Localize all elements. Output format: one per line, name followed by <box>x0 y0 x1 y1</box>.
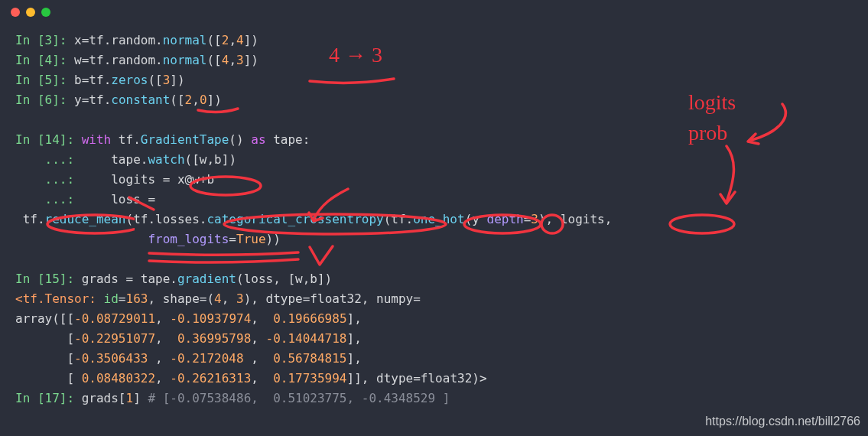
token: tf.random. <box>89 33 162 47</box>
token: = <box>82 53 89 67</box>
token: In [ <box>15 53 45 67</box>
token: ]: <box>52 73 74 87</box>
token: normal <box>163 33 207 47</box>
token: 4 <box>222 53 229 67</box>
token: , <box>155 371 170 386</box>
token: [ <box>15 331 74 346</box>
token: 2 <box>222 33 229 47</box>
token <box>15 232 148 246</box>
token: 14 <box>45 132 60 147</box>
token: = <box>229 232 236 246</box>
token: grads <box>82 272 126 286</box>
token: ([ <box>148 73 162 87</box>
token: tape. <box>133 272 177 286</box>
token: watch <box>148 152 184 167</box>
token: 4 <box>214 291 222 306</box>
token: constant <box>111 93 170 107</box>
code-line <box>15 249 612 269</box>
token: numpy <box>376 291 413 306</box>
token: ...: <box>15 152 111 167</box>
token: In [ <box>15 33 45 47</box>
token: ...: <box>15 192 111 207</box>
token: In [ <box>15 391 45 405</box>
token: True <box>236 232 266 246</box>
code-line <box>15 110 612 130</box>
circle-logits <box>667 213 737 236</box>
token: = <box>82 33 89 47</box>
token: ]: <box>60 272 82 286</box>
token: ([[ <box>52 311 74 326</box>
code-line: ...: tape.watch([w,b]) <box>15 150 612 170</box>
close-icon[interactable] <box>11 8 20 17</box>
token: ([ <box>170 93 184 107</box>
token: 1 <box>126 391 134 405</box>
token: categorical_crossentropy <box>206 212 383 226</box>
token: = <box>413 371 421 386</box>
code-line: [ 0.08480322, -0.26216313, 0.17735994]],… <box>15 369 612 389</box>
token: , <box>251 351 273 366</box>
token: -0.22951077 <box>74 331 155 346</box>
token: = <box>148 192 155 207</box>
token: @ <box>185 172 193 187</box>
token: (tf. <box>384 212 414 226</box>
token: 3 <box>45 33 53 47</box>
token: 3 <box>531 212 538 226</box>
token: ], <box>347 351 362 366</box>
token: 6 <box>45 93 53 107</box>
token: -0.14044718 <box>266 331 347 346</box>
token: , <box>229 53 236 67</box>
arrow-curve-icon <box>740 98 794 151</box>
minimize-icon[interactable] <box>26 8 35 17</box>
terminal-window: In [3]: x=tf.random.normal([2,4])In [4]:… <box>0 0 868 436</box>
token: 0.17735994 <box>273 371 346 386</box>
token: -0.10937974 <box>170 311 251 326</box>
token: x <box>170 172 184 187</box>
token: w <box>192 172 200 187</box>
code-line: [-0.3506433 , -0.2172048 , 0.56784815], <box>15 349 612 369</box>
token: logits <box>111 172 162 187</box>
token: 0.08480322 <box>82 371 155 386</box>
token: dtype <box>266 291 303 306</box>
code-line: [-0.22951077, 0.36995798, -0.14044718], <box>15 329 612 349</box>
token: = <box>126 272 134 286</box>
token: tf. <box>89 93 111 107</box>
code-line: In [15]: grads = tape.gradient(loss, [w,… <box>15 269 612 289</box>
svg-point-5 <box>670 215 734 233</box>
token: x <box>74 33 82 47</box>
token: In [ <box>15 272 45 286</box>
token: ]) <box>244 53 258 67</box>
token: 3 <box>163 73 171 87</box>
maximize-icon[interactable] <box>41 8 50 17</box>
token: [ <box>15 351 74 366</box>
code-line: array([[-0.08729011, -0.10937974, 0.1966… <box>15 309 612 329</box>
code-line: In [14]: with tf.GradientTape() as tape: <box>15 130 612 150</box>
code-line: <tf.Tensor: id=163, shape=(4, 3), dtype=… <box>15 289 612 309</box>
token: , <box>192 93 200 107</box>
token: = <box>524 212 532 226</box>
token: ]: <box>52 53 74 67</box>
token: , <box>251 311 273 326</box>
token: -0.2172048 <box>170 351 251 366</box>
token: , <box>148 291 162 306</box>
token: , <box>222 291 236 306</box>
token: 2 <box>185 93 193 107</box>
token: GradientTape <box>141 132 229 147</box>
token: one_hot <box>413 212 464 226</box>
ipython-session[interactable]: In [3]: x=tf.random.normal([2,4])In [4]:… <box>15 31 612 408</box>
token: ]: <box>60 391 82 405</box>
token: )) <box>266 232 281 246</box>
token: ), <box>244 291 266 306</box>
token: # [-0.07538486, 0.51023775, -0.4348529 ] <box>148 391 450 405</box>
token: tape: <box>266 132 310 147</box>
token: <tf.Tensor: <box>15 291 104 306</box>
token: ], <box>347 311 362 326</box>
token: (y <box>465 212 487 226</box>
window-controls <box>11 8 50 17</box>
token: id <box>104 291 119 306</box>
token: In [ <box>15 93 45 107</box>
token: ]: <box>52 93 74 107</box>
token: ]) <box>170 73 184 87</box>
token: 4 <box>45 53 53 67</box>
token: 5 <box>45 73 53 87</box>
token: , <box>155 311 170 326</box>
